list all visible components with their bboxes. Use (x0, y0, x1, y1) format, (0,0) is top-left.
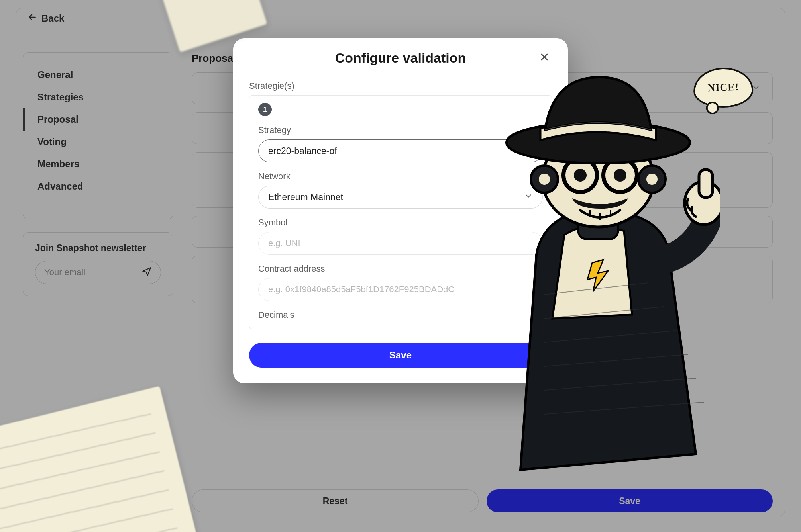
reset-button[interactable]: Reset (192, 489, 479, 512)
newsletter-title: Join Snapshot newsletter (35, 243, 161, 254)
chevron-down-icon (524, 192, 533, 203)
network-value: Ethereum Mainnet (268, 192, 343, 203)
contract-input-wrap (258, 278, 543, 301)
nav-item-members[interactable]: Members (23, 153, 173, 175)
newsletter-placeholder: Your email (44, 267, 85, 278)
strategy-value: erc20-balance-of (268, 146, 337, 156)
strategy-count-badge: 1 (258, 103, 272, 116)
save-button[interactable]: Save (487, 489, 773, 512)
contract-address-input[interactable] (268, 284, 533, 295)
modal-save-button[interactable]: Save (249, 343, 552, 368)
speech-bubble-text: NICE! (707, 81, 739, 94)
contract-label: Contract address (258, 264, 543, 274)
newsletter-email-input[interactable]: Your email (35, 261, 161, 284)
strategy-select[interactable]: erc20-balance-of (258, 139, 543, 162)
network-label: Network (258, 171, 543, 182)
close-button[interactable] (537, 50, 552, 65)
network-select[interactable]: Ethereum Mainnet (258, 186, 543, 209)
configure-validation-modal: Configure validation Strategie(s) 1 Stra… (233, 38, 568, 383)
symbol-input[interactable] (268, 238, 533, 248)
close-icon (539, 51, 550, 64)
symbol-input-wrap (258, 232, 543, 255)
symbol-label: Symbol (258, 217, 543, 228)
nav-item-strategies[interactable]: Strategies (23, 86, 173, 108)
nav-item-proposal[interactable]: Proposal (23, 108, 173, 131)
nav-item-general[interactable]: General (23, 64, 173, 86)
newsletter-card: Join Snapshot newsletter Your email (23, 232, 173, 296)
decimals-label: Decimals (258, 310, 543, 320)
settings-nav: General Strategies Proposal Voting Membe… (23, 52, 173, 219)
chevron-down-icon (524, 145, 533, 156)
strategies-block: 1 Strategy erc20-balance-of Network Ethe… (249, 95, 552, 329)
nav-item-voting[interactable]: Voting (23, 131, 173, 153)
modal-title: Configure validation (335, 50, 466, 66)
send-icon[interactable] (141, 266, 152, 279)
strategies-label: Strategie(s) (249, 81, 552, 91)
nav-item-advanced[interactable]: Advanced (23, 175, 173, 198)
strategy-label: Strategy (258, 125, 543, 135)
